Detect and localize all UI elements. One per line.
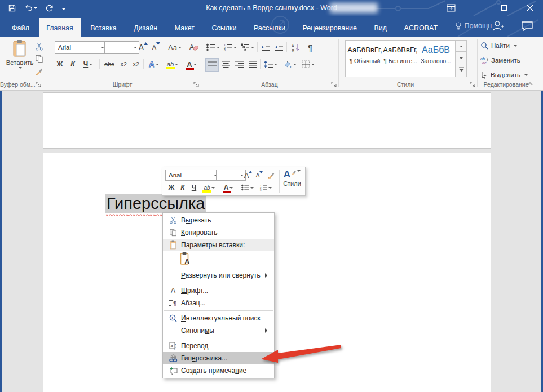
align-center-button[interactable] (219, 58, 232, 70)
tab-acrobat[interactable]: ACROBAT (397, 18, 445, 39)
multilevel-list-button[interactable] (239, 41, 256, 54)
text-highlight-button[interactable]: ab (164, 58, 182, 70)
underline-button[interactable]: Ч (80, 58, 96, 70)
mini-bullets-button[interactable] (239, 182, 256, 193)
mini-font-name-combo[interactable]: Arial (165, 170, 219, 181)
mini-toolbar: Arial A A А Стили Ж К Ч ab (162, 167, 306, 196)
mini-underline-button[interactable]: Ч (189, 182, 198, 193)
svg-text:i: i (172, 316, 173, 320)
menu-item-synonyms[interactable]: Синонимы (163, 324, 274, 337)
menu-item-smart-lookup[interactable]: i Интеллектуальный поиск (163, 312, 274, 324)
page-1[interactable] (43, 92, 491, 149)
menu-separator (164, 310, 273, 311)
mini-format-painter-button[interactable] (266, 170, 277, 181)
grow-font-button[interactable]: A (137, 41, 149, 54)
paragraph-dialog-launcher[interactable] (331, 82, 337, 88)
tab-insert[interactable]: Вставка (83, 18, 123, 39)
mini-grow-font-button[interactable]: A (242, 170, 254, 181)
strikethrough-button[interactable]: abc (101, 58, 117, 70)
shrink-font-button[interactable]: A (151, 41, 162, 54)
font-name-combo[interactable]: Arial (55, 41, 107, 54)
menu-item-paragraph[interactable]: ¶ Абзац... (163, 297, 274, 309)
mini-font-size-combo[interactable] (216, 170, 246, 181)
tab-view[interactable]: Вид (367, 18, 394, 39)
mini-styles-label: Стили (283, 180, 301, 187)
tab-design[interactable]: Дизайн (126, 18, 165, 39)
font-name-value: Arial (58, 44, 71, 51)
ribbon-display-options-button[interactable] (443, 0, 460, 16)
tab-references[interactable]: Ссылки (204, 18, 244, 39)
styles-gallery-more-button[interactable] (456, 63, 467, 77)
find-button[interactable]: Найти (480, 42, 517, 50)
tab-mailings[interactable]: Рассылки (246, 18, 293, 39)
paste-dropdown-caret (19, 67, 22, 70)
borders-button[interactable] (299, 58, 316, 70)
align-left-button[interactable] (205, 58, 219, 72)
style-card-heading[interactable]: АаБбВ Заголово... (418, 43, 453, 73)
subscript-button[interactable]: x2 (117, 58, 130, 70)
selected-text[interactable]: Гиперссылка (105, 194, 206, 213)
smart-lookup-icon: i (165, 314, 181, 322)
superscript-button[interactable]: x2 (130, 58, 142, 70)
font-size-combo[interactable] (104, 41, 139, 54)
shading-button[interactable] (281, 58, 298, 70)
share-icon[interactable] (492, 19, 504, 33)
tab-home[interactable]: Главная (39, 18, 81, 39)
annotation-arrow (257, 336, 344, 368)
text-effects-button[interactable]: А (145, 58, 162, 70)
decrease-indent-button[interactable] (259, 41, 272, 54)
tab-file[interactable]: Файл (5, 18, 37, 39)
format-painter-icon[interactable] (35, 67, 43, 75)
align-right-button[interactable] (233, 58, 245, 70)
cut-icon (165, 216, 181, 224)
font-dialog-launcher[interactable] (193, 82, 200, 88)
window-title: Как сделать в Ворде ссылку.docx - Word (0, 0, 543, 16)
italic-button[interactable]: К (67, 58, 78, 70)
menu-item-paste-options: Параметры вставки: (163, 239, 274, 251)
minimize-button[interactable] (470, 0, 487, 16)
mini-font-color-button[interactable]: А (220, 182, 237, 193)
collapse-ribbon-button[interactable] (527, 81, 533, 87)
menu-item-font[interactable]: A Шрифт... (163, 284, 274, 297)
svg-text:A: A (184, 257, 190, 265)
mini-numbering-button[interactable]: 123 (257, 182, 274, 193)
menu-item-cut[interactable]: Вырезать (163, 214, 274, 226)
submenu-arrow-icon (265, 328, 270, 333)
change-case-button[interactable]: Aa (166, 41, 184, 54)
style-card-normal[interactable]: АаБбВвГг, ¶ Обычный (347, 43, 382, 73)
font-color-button[interactable]: А (183, 58, 201, 70)
numbering-button[interactable]: 123 (222, 41, 238, 54)
mini-italic-button[interactable]: К (178, 182, 187, 193)
styles-dialog-launcher[interactable] (470, 82, 476, 88)
sort-button[interactable]: АЯ (289, 41, 302, 54)
clear-formatting-button[interactable]: A (187, 41, 200, 54)
maximize-button[interactable] (496, 0, 513, 16)
line-spacing-button[interactable] (262, 58, 279, 70)
menu-item-copy[interactable]: Копировать (163, 226, 274, 239)
comments-icon[interactable] (521, 21, 533, 31)
copy-icon[interactable] (35, 55, 43, 63)
close-button[interactable] (522, 0, 538, 16)
translate-icon: а (165, 342, 181, 350)
style-card-no-spacing[interactable]: АаБбВвГг, ¶ Без инте... (383, 43, 418, 73)
tab-review[interactable]: Рецензирование (295, 18, 365, 39)
justify-button[interactable] (246, 58, 259, 70)
clipboard-dialog-launcher[interactable] (36, 82, 42, 88)
select-button[interactable]: Выделить (480, 71, 528, 79)
mini-shrink-font-button[interactable]: A (254, 170, 264, 181)
bold-button[interactable]: Ж (54, 58, 65, 70)
bullets-button[interactable] (205, 41, 221, 54)
menu-item-expand-collapse[interactable]: Развернуть или свернуть (163, 269, 274, 282)
show-formatting-marks-button[interactable]: ¶ (304, 41, 316, 54)
mini-styles-button[interactable]: А Стили (281, 169, 303, 194)
replace-button[interactable]: abac Заменить (480, 56, 520, 64)
increase-indent-button[interactable] (273, 41, 285, 54)
paste-button[interactable]: Вставить (5, 39, 35, 79)
paste-option-keep-text-only[interactable]: A (163, 251, 274, 266)
mini-highlight-button[interactable]: ab (201, 182, 218, 193)
font-group-label: Шрифт (44, 81, 201, 88)
mini-bold-button[interactable]: Ж (167, 182, 176, 193)
tab-layout[interactable]: Макет (167, 18, 202, 39)
hyperlink-icon (165, 354, 181, 363)
cut-icon[interactable] (35, 42, 43, 51)
